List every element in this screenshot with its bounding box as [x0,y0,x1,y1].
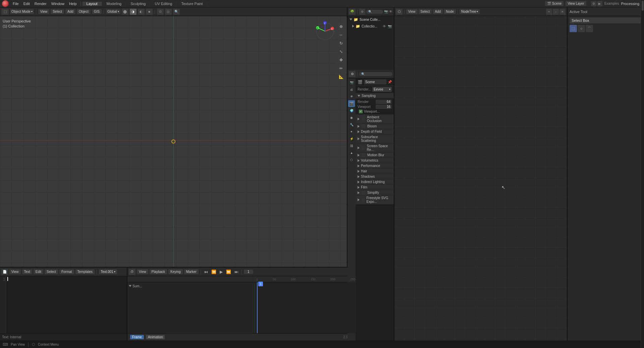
frame-input[interactable]: 1 [244,270,253,274]
render-icon[interactable]: ▶ [597,1,602,6]
eye-icon[interactable]: 👁 [383,24,386,28]
prop-world-btn[interactable]: 🌍 [348,107,355,114]
props-type-icon[interactable]: ⚙ [349,71,356,77]
performance-header[interactable]: Performance [356,163,394,169]
menu-file[interactable]: File [11,1,21,6]
prop-output-btn[interactable]: 🖨 [348,86,355,93]
annotate-tool[interactable]: ✏ [337,65,345,72]
gis-menu[interactable]: GIS [92,9,102,14]
tl-jump-prev[interactable]: ⏪ [210,270,217,274]
ol-type-icon[interactable]: 🌳 [349,9,356,15]
prop-view-layer-btn[interactable]: 👁 [348,93,355,100]
te-menu-select[interactable]: Select [45,269,58,274]
ne-add-datablock[interactable]: + [546,9,552,15]
bloom-checkbox-inline[interactable] [362,124,365,128]
prop-scene-btn[interactable]: 🎬 [348,100,355,107]
properties-scroll[interactable]: 🎬 Scene 📌 Render... Eevee ▾ [356,78,394,341]
scale-tool[interactable]: ⤡ [337,48,345,55]
ol-filter-icon[interactable]: ⚙ [359,9,365,15]
menu-help[interactable]: Help [67,1,79,6]
render-val[interactable]: 64 [376,100,392,104]
cam-icon[interactable]: 📷 [388,24,392,28]
render-engine-dropdown[interactable]: Eevee ▾ [372,87,392,92]
menu-render[interactable]: Render [33,1,49,6]
ol-scene-collection[interactable]: 📁 Scene Colle... [347,16,394,23]
mb-checkbox-inline[interactable] [362,153,365,157]
indirect-lighting-header[interactable]: Indirect Lighting [356,179,394,185]
shading-wire[interactable]: ⬤ [122,9,128,15]
freestyle-checkbox-inline[interactable] [362,198,364,202]
sss-header[interactable]: Subsurface Scattering [356,134,394,143]
tl-playback-btn[interactable]: Playback [150,269,167,274]
object-menu[interactable]: Object [77,9,91,14]
ne-add-btn[interactable]: Add [433,9,443,14]
workspace-tab-sculpting[interactable]: Sculpting [126,2,150,6]
measure-tool[interactable]: 📐 [337,73,345,80]
sidebar-scrollbar[interactable] [641,7,644,341]
prop-render-btn[interactable]: 📷 [348,79,355,86]
scrollbar-thumb[interactable] [642,7,644,11]
ne-node-btn[interactable]: Node [444,9,456,14]
tl-jump-end[interactable]: ⏭ [233,270,239,274]
te-menu-text[interactable]: Text [22,269,32,274]
mode-dropdown[interactable]: Object Mode ▾ [10,9,34,14]
search-btn[interactable]: 🔍 [173,9,180,15]
ol-cam-icon[interactable]: 📷 [384,10,388,13]
te-menu-view[interactable]: View [9,269,21,274]
film-header[interactable]: Film [356,185,394,190]
ne-settings[interactable]: ✕ [559,9,566,15]
freestyle-header[interactable]: Freestyle SVG Expo... [356,195,394,205]
shading-material[interactable]: ◐ [138,9,145,15]
track-area[interactable]: 1 [255,282,355,333]
select-menu[interactable]: Select [51,9,64,14]
tl-keying-btn[interactable]: Keying [168,269,183,274]
overlay-btn[interactable]: ⊙ [157,9,164,15]
prop-modifier-btn[interactable]: 🔧 [348,121,355,128]
te-menu-format[interactable]: Format [59,269,74,274]
pin-icon[interactable]: 📌 [388,80,392,84]
dof-header[interactable]: Depth of Field [356,129,394,134]
global-dropdown[interactable]: Global ▾ [106,9,120,14]
ambient-occlusion-header[interactable]: Ambient Occlusion [356,115,394,124]
props-search[interactable]: 🔍 [359,72,392,76]
prop-data-btn[interactable]: ▲ [348,150,355,156]
motion-blur-header[interactable]: Motion Blur [356,153,394,158]
tl-animation-tab[interactable]: Animation [146,335,165,339]
blender-logo[interactable] [2,0,9,7]
menu-edit[interactable]: Edit [21,1,32,6]
transform-tool[interactable]: ✥ [337,56,345,64]
ol-collection[interactable]: 📁 Collectio... 👁 📷 [347,23,394,30]
tool-icon-circle[interactable]: ○ [578,25,585,32]
add-menu[interactable]: Add [65,9,75,14]
ne-remove-datablock[interactable]: − [553,9,559,15]
text-file-selector[interactable]: Text.001 ▾ [99,269,117,274]
ol-eye-icon[interactable]: 👁 [389,10,392,13]
workspace-tab-texture[interactable]: Texture Paint [177,2,207,6]
tl-play-btn[interactable]: ▶ [219,270,224,274]
ne-type-icon[interactable]: ⬡ [396,9,402,15]
prop-material-btn[interactable]: ⬡ [348,157,355,163]
menu-window[interactable]: Window [49,1,66,6]
sampling-section-header[interactable]: Sampling [356,93,394,99]
tl-frame-tab[interactable]: Frame [130,335,144,339]
scene-name-input[interactable]: Scene [364,79,386,84]
tl-view-btn[interactable]: View [137,269,148,274]
rotate-tool[interactable]: ↻ [337,40,345,47]
scene-field[interactable]: 🎬 Scene [545,1,564,6]
engine-icon[interactable]: ⚙ [591,1,596,6]
tool-icon-lasso[interactable]: ⌒ [586,25,593,32]
viewport-denoise-checkbox[interactable]: ✓ [359,110,363,113]
gizmo-btn[interactable]: ◎ [165,9,172,15]
cursor-tool[interactable]: ⊕ [337,23,345,30]
text-content[interactable] [6,276,127,333]
simplify-checkbox-inline[interactable] [362,191,365,194]
nav-gizmo[interactable]: X Y Z [315,21,335,41]
volumetrics-header[interactable]: Volumetrics [356,158,394,163]
shading-render[interactable]: ■ [146,9,153,15]
tl-type-icon[interactable]: ⏱ [129,269,136,275]
ol-search-bar[interactable]: 🔍 [366,10,383,14]
bloom-header[interactable]: Bloom [356,124,394,129]
ne-view-btn[interactable]: View [406,9,418,14]
tool-icon-box[interactable]: ⬚ [570,25,577,32]
view-menu[interactable]: View [38,9,50,14]
